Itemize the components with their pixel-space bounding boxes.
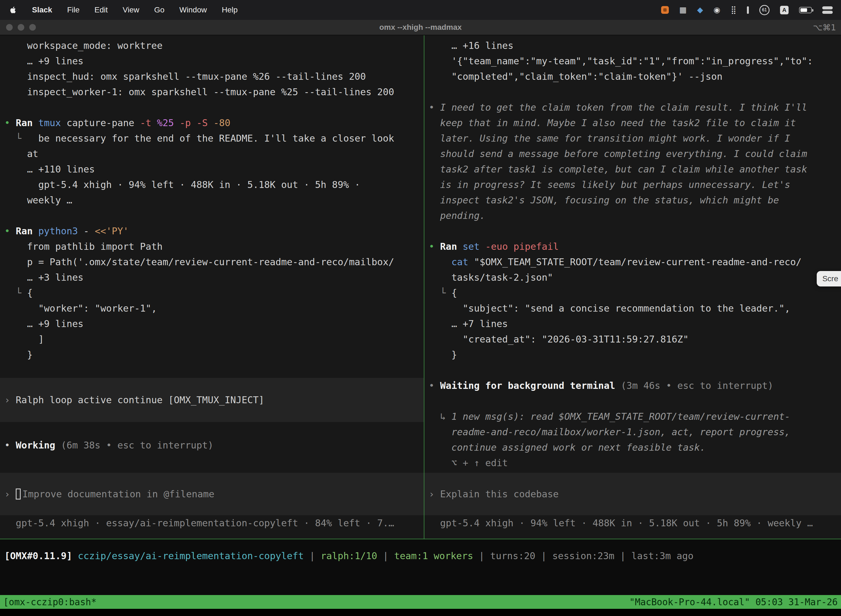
- input-source-icon[interactable]: A: [780, 6, 788, 14]
- terminal-line: ↳ 1 new msg(s): read $OMX_TEAM_STATE_ROO…: [424, 409, 841, 424]
- terminal-line: inspect task2's JSON, focusing on the st…: [424, 192, 841, 208]
- text-segment: gpt-5.4 xhigh · 94% left · 488K in · 5.1…: [4, 179, 360, 190]
- text-segment: •: [4, 440, 16, 451]
- zoom-button[interactable]: [29, 24, 36, 31]
- terminal-line: weekly …: [0, 192, 424, 208]
- minimize-button[interactable]: [18, 24, 24, 31]
- text-segment: I need to get the claim token from the c…: [440, 102, 807, 113]
- tmux-status-bar: [omx-cczip0:bash* "MacBook-Pro-44.local"…: [0, 595, 841, 609]
- text-segment: be necessary for the end of the README. …: [38, 133, 394, 144]
- text-segment: weekly …: [4, 195, 72, 205]
- terminal-line: cat "$OMX_TEAM_STATE_ROOT/team/review-cu…: [424, 254, 841, 270]
- text-segment: p = Path('.omx/state/team/review-current…: [4, 257, 394, 267]
- right-pane-footer: gpt-5.4 xhigh · 94% left · 488K in · 5.1…: [424, 515, 841, 531]
- battery-icon[interactable]: [799, 7, 812, 13]
- window-titlebar[interactable]: omx --xhigh --madmax ⌥⌘1: [0, 20, 841, 35]
- terminal-line: … +9 lines: [0, 316, 424, 331]
- right-prompt-input[interactable]: › Explain this codebase: [424, 473, 841, 515]
- text-segment: ralph:1/10: [321, 550, 377, 561]
- text-segment: -p: [180, 117, 196, 128]
- text-segment: inspect_worker-1: omx sparkshell --tmux-…: [4, 87, 394, 97]
- message-band: › Ralph loop active continue [OMX_TMUX_I…: [0, 378, 424, 422]
- terminal-line: workspace_mode: worktree: [0, 38, 424, 53]
- menu-item-edit[interactable]: Edit: [94, 6, 108, 14]
- text-segment: from pathlib import Path: [4, 241, 163, 252]
- text-segment: (6m 38s • esc to interrupt): [55, 440, 213, 451]
- terminal-line: • Waiting for background terminal (3m 46…: [424, 378, 841, 393]
- text-segment: }: [4, 349, 32, 360]
- screen-share-notification[interactable]: Scre: [817, 271, 841, 286]
- terminal-line: "worker": "worker-1",: [0, 301, 424, 316]
- text-segment: set: [463, 241, 479, 252]
- terminal-line: … +16 lines: [424, 38, 841, 53]
- text-segment: └: [4, 133, 38, 144]
- text-segment: "worker": "worker-1",: [4, 303, 157, 314]
- apple-menu[interactable]: [10, 6, 17, 14]
- text-segment: Improve documentation in @filename: [22, 488, 214, 500]
- menu-item-go[interactable]: Go: [154, 6, 164, 14]
- terminal-line: • Working (6m 38s • esc to interrupt): [0, 437, 424, 453]
- text-segment: •: [4, 226, 16, 236]
- battery-percent-badge[interactable]: 61: [759, 5, 769, 15]
- text-segment: Ran: [16, 226, 38, 236]
- blue-app-icon[interactable]: ◆: [697, 6, 703, 14]
- terminal-line: tasks/task-2.json": [424, 270, 841, 285]
- control-center-icon[interactable]: [822, 6, 833, 14]
- close-button[interactable]: [6, 24, 13, 31]
- menu-bar: Slack FileEditViewGoWindowHelp ▦◆◉⣿61A: [0, 0, 841, 20]
- terminal-line: [0, 100, 424, 115]
- text-segment: tasks/task-2.json": [429, 272, 553, 283]
- round-app-icon[interactable]: ◉: [714, 6, 720, 14]
- window-layout-icon[interactable]: ▦: [679, 6, 687, 14]
- terminal-line: at: [0, 146, 424, 161]
- terminal-line: └ be necessary for the end of the README…: [0, 131, 424, 146]
- text-segment: Explain this codebase: [440, 488, 559, 500]
- tmux-host-clock: "MacBook-Pro-44.local" 05:03 31-Mar-26: [629, 597, 838, 607]
- left-prompt-input[interactable]: › Improve documentation in @filename: [0, 473, 424, 515]
- menu-item-file[interactable]: File: [67, 6, 79, 14]
- right-pane[interactable]: … +16 lines '{"team_name":"my-team","tas…: [424, 35, 841, 539]
- text-segment: python3: [38, 226, 78, 236]
- terminal-line: keep that in mind. Maybe I also need the…: [424, 115, 841, 131]
- text-segment: %25: [157, 117, 180, 128]
- terminal-line: "completed","claim_token":"claim-token"}…: [424, 69, 841, 84]
- menu-item-view[interactable]: View: [123, 6, 139, 14]
- text-segment: -S: [196, 117, 213, 128]
- terminal-line: • I need to get the claim token from the…: [424, 100, 841, 115]
- text-segment: |: [473, 550, 490, 561]
- text-segment: Waiting for background terminal: [440, 380, 615, 391]
- terminal-line: "subject": "send a concise recommendatio…: [424, 301, 841, 316]
- text-segment: └: [429, 287, 451, 298]
- terminal-line: [0, 362, 424, 378]
- text-segment: … +9 lines: [4, 56, 84, 66]
- text-segment: ›: [429, 488, 440, 500]
- left-pane[interactable]: workspace_mode: worktree … +9 lines insp…: [0, 35, 424, 539]
- terminal-line: from pathlib import Path: [0, 239, 424, 254]
- terminal-line: … +110 lines: [0, 161, 424, 177]
- terminal-line: [0, 208, 424, 223]
- text-segment: |: [614, 550, 631, 561]
- terminal-line: }: [0, 347, 424, 362]
- terminal-line: … +7 lines: [424, 316, 841, 331]
- text-segment: [429, 257, 451, 267]
- screen-recording-indicator[interactable]: [661, 6, 669, 14]
- terminal-line: └ {: [0, 285, 424, 301]
- terminal-line: [424, 393, 841, 409]
- text-segment: is in progress? It seems likely but perh…: [429, 179, 790, 190]
- terminal-line: task2 after task1 is complete, but can I…: [424, 161, 841, 177]
- text-segment: }: [429, 349, 457, 360]
- terminal-line: inspect_worker-1: omx sparkshell --tmux-…: [0, 84, 424, 100]
- menu-bar-status-icons: ▦◆◉⣿61A: [661, 5, 833, 15]
- text-segment: should send a message before completing …: [429, 148, 807, 159]
- text-segment: later. Using the same for transition mig…: [429, 133, 790, 144]
- traffic-lights: [0, 24, 36, 31]
- text-segment: continue assigned work or next feasible …: [429, 442, 706, 453]
- active-app-menu[interactable]: Slack: [32, 6, 52, 14]
- dots-grid-icon[interactable]: ⣿: [731, 6, 736, 14]
- slim-utility-icon[interactable]: [747, 6, 749, 14]
- text-segment: •: [429, 380, 440, 391]
- menu-item-help[interactable]: Help: [222, 6, 238, 14]
- menu-item-window[interactable]: Window: [179, 6, 207, 14]
- terminal-line: • Ran python3 - <<'PY': [0, 223, 424, 239]
- text-segment: workspace_mode: worktree: [4, 40, 163, 51]
